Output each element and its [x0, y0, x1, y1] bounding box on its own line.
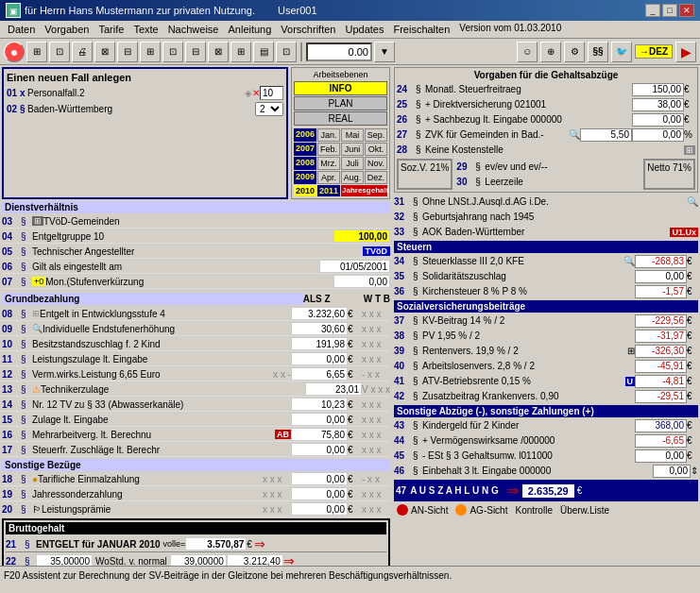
maximize-button[interactable]: □ — [662, 4, 677, 17]
v27-icon[interactable]: 🔍 — [569, 129, 580, 140]
menu-freischalten[interactable]: Freischalten — [389, 23, 453, 36]
row14-val[interactable]: 10,23 — [291, 398, 348, 411]
toolbar-btn-2[interactable]: ⊡ — [49, 42, 70, 62]
toolbar-btn-8[interactable]: ⊟ — [185, 42, 206, 62]
sv37-val[interactable]: -229,56 — [635, 314, 687, 328]
toolbar-smiley[interactable]: ☺ — [517, 42, 538, 62]
month-jan[interactable]: Jan. — [317, 128, 340, 142]
ae-info-btn[interactable]: INFO — [294, 81, 387, 95]
r31-icon[interactable]: 🔍 — [687, 196, 698, 207]
month-dez[interactable]: Dez. — [365, 171, 387, 184]
toolbar-btn-3[interactable]: 🖨 — [72, 42, 93, 62]
row19-val[interactable]: 0,00 — [291, 487, 348, 500]
toolbar-btn-6[interactable]: ⊞ — [140, 42, 161, 62]
close-button[interactable]: ✕ — [679, 4, 694, 17]
month-sep[interactable]: Sep. — [365, 128, 387, 142]
row17-val[interactable]: 0,00 — [291, 443, 348, 456]
row08-val[interactable]: 3.232,60 — [291, 307, 348, 320]
sa45-val[interactable]: 0,00 — [635, 449, 687, 463]
uberw-liste-btn[interactable]: Überw.Liste — [560, 505, 609, 516]
row01-input[interactable] — [260, 86, 283, 100]
year-2009[interactable]: 2009 — [294, 171, 316, 184]
row20-val[interactable]: 0,00 — [291, 502, 348, 516]
dv-06-val[interactable]: 01/05/2001 — [319, 260, 390, 273]
s34-val[interactable]: -268,83 — [635, 255, 687, 268]
month-juli[interactable]: Juli — [341, 157, 364, 170]
s35-val[interactable]: 0,00 — [635, 270, 687, 283]
toolbar-btn-1[interactable]: ⊞ — [26, 42, 47, 62]
month-juni[interactable]: Juni — [341, 143, 364, 156]
an-sicht-btn[interactable]: AN-Sicht — [397, 504, 448, 516]
ag-sicht-btn[interactable]: AG-Sicht — [455, 504, 507, 516]
toolbar-calc-btn[interactable]: ▼ — [374, 42, 395, 62]
toolbar-amount[interactable]: 0.00 — [306, 42, 372, 61]
row18-val[interactable]: 0,00 — [291, 472, 348, 485]
row12-val[interactable]: 6,65 — [291, 367, 348, 381]
v27-val2[interactable]: 0,00 — [632, 128, 684, 142]
sv42-val[interactable]: -29,51 — [635, 390, 687, 403]
ae-plan-btn[interactable]: PLAN — [294, 96, 387, 110]
toolbar-bird[interactable]: 🐦 — [611, 42, 632, 62]
year-2007[interactable]: 2007 — [294, 143, 316, 156]
toolbar-btn-12[interactable]: ⊡ — [276, 42, 297, 62]
row01-del-icon[interactable]: ✕ — [252, 88, 260, 98]
sv41-val[interactable]: -4,81 — [635, 375, 687, 388]
month-mrz[interactable]: Mrz. — [317, 157, 340, 170]
toolbar-btn-4[interactable]: ⊠ — [94, 42, 115, 62]
month-aug[interactable]: Aug. — [341, 171, 364, 184]
row21-val[interactable]: 3.570,87 — [185, 537, 247, 551]
row10-val[interactable]: 191,98 — [291, 337, 348, 350]
toolbar-globe[interactable]: ⊕ — [540, 42, 561, 62]
toolbar-btn-10[interactable]: ⊞ — [230, 42, 251, 62]
menu-tarife[interactable]: Tarife — [94, 23, 128, 36]
toolbar-pp[interactable]: §§ — [588, 42, 608, 62]
auszahlung-val[interactable]: 2.635,29 — [522, 484, 574, 498]
row22-val3[interactable]: 3.212,40 — [227, 554, 283, 566]
sv38-val[interactable]: -31,97 — [635, 330, 687, 343]
row13-val[interactable]: 23,01 — [305, 382, 362, 396]
sa44-val[interactable]: -6,65 — [635, 434, 687, 448]
s34-icon[interactable]: 🔍 — [623, 256, 635, 266]
menu-nachweise[interactable]: Nachweise — [164, 23, 223, 36]
month-okt[interactable]: Okt. — [365, 143, 387, 156]
menu-anleitung[interactable]: Anleitung — [224, 23, 275, 36]
year-2010-active[interactable]: 2010 — [294, 185, 316, 196]
s36-val[interactable]: -1,57 — [635, 285, 687, 298]
v27-val1[interactable]: 5,50 — [580, 128, 632, 142]
toolbar-btn-11[interactable]: ▤ — [253, 42, 274, 62]
row02-select[interactable]: 2 — [255, 102, 283, 116]
toolbar-stop-btn[interactable]: ● — [4, 42, 25, 62]
row15-val[interactable]: 0,00 — [291, 413, 348, 426]
row11-val[interactable]: 0,00 — [291, 352, 348, 365]
toolbar-gear[interactable]: ⚙ — [564, 42, 585, 62]
ae-real-btn[interactable]: REAL — [294, 111, 387, 126]
menu-texte[interactable]: Texte — [129, 23, 162, 36]
row16-val[interactable]: 75,80 — [291, 428, 348, 441]
menu-vorgaben[interactable]: Vorgaben — [41, 23, 93, 36]
v26-val[interactable]: 0,00 — [632, 113, 684, 127]
toolbar-btn-7[interactable]: ⊡ — [162, 42, 183, 62]
sv39-val[interactable]: -326,30 — [635, 345, 687, 358]
month-apr[interactable]: Apr. — [317, 171, 340, 184]
v25-val[interactable]: 38,00 — [632, 98, 684, 111]
sv40-val[interactable]: -45,91 — [635, 360, 687, 373]
toolbar-btn-9[interactable]: ⊠ — [208, 42, 229, 62]
month-feb[interactable]: Feb. — [317, 143, 340, 156]
sa46-val[interactable]: 0,00 — [653, 465, 691, 478]
minimize-button[interactable]: _ — [645, 4, 660, 17]
menu-updates[interactable]: Updates — [341, 23, 387, 36]
row22-val1[interactable]: 35,00000 — [36, 554, 93, 566]
month-mai[interactable]: Mai — [341, 128, 364, 142]
year-2008[interactable]: 2008 — [294, 157, 316, 170]
dv-07-val[interactable]: 0,00 — [333, 275, 390, 288]
sa43-val[interactable]: 368,00 — [635, 419, 687, 432]
v24-val[interactable]: 150,00 — [632, 83, 684, 96]
kontrolle-btn[interactable]: Kontrolle — [515, 505, 552, 516]
toolbar-arrow-right[interactable]: ▶ — [675, 42, 696, 62]
month-nov[interactable]: Nov. — [365, 157, 387, 170]
toolbar-dez-button[interactable]: →DEZ — [635, 44, 673, 59]
year-2011[interactable]: 2011 — [317, 185, 340, 196]
row09-val[interactable]: 30,60 — [291, 322, 348, 335]
jahresgehalt-btn[interactable]: Jahresgehalt — [341, 185, 387, 196]
toolbar-btn-5[interactable]: ⊟ — [117, 42, 138, 62]
